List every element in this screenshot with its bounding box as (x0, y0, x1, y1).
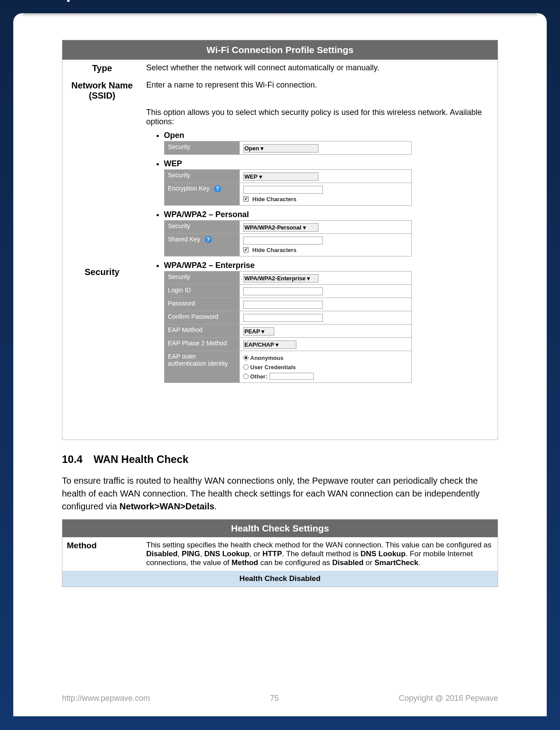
hm-b6: Method (231, 558, 258, 567)
health-method-label: Method (62, 537, 142, 571)
row-ssid-desc: Enter a name to represent this Wi-Fi con… (142, 77, 498, 104)
help-icon[interactable]: ? (214, 185, 221, 192)
section-para-bold: Network>WAN>Details (119, 501, 215, 511)
wifi-profile-table: Wi-Fi Connection Profile Settings Type S… (62, 40, 498, 440)
wpae-eap-value: PEAP (245, 328, 260, 335)
wpae-confirm-input[interactable] (243, 314, 323, 322)
open-security-value-cell: Open ▾ (239, 141, 411, 155)
section-para-post: . (215, 501, 217, 511)
content-area: Wi-Fi Connection Profile Settings Type S… (13, 13, 547, 605)
footer-page-number: 75 (261, 694, 288, 703)
help-icon[interactable]: ? (205, 236, 212, 243)
wpae-eap-field: EAP Method (164, 325, 239, 338)
hm-b5: DNS Lookup (361, 550, 406, 558)
document-title: Pepwave MAX and Surf User Manual (0, 0, 351, 7)
wpap-sharedkey-field: Shared Key ? (164, 234, 239, 256)
wpae-outer-field: EAP outer authentication identity (164, 351, 239, 383)
option-wpa-enterprise: WPA/WPA2 – Enterprise Security WPA/WPA2-… (164, 261, 494, 383)
wpa-ent-mini-table: Security WPA/WPA2-Enterprise ▾ Login ID … (164, 271, 412, 383)
wpae-eap2-field: EAP Phase 2 Method (164, 338, 239, 351)
top-shadow (22, 13, 538, 17)
wpae-outer-other-input[interactable] (269, 373, 314, 380)
open-security-value: Open (245, 145, 259, 152)
wpap-sharedkey-label: Shared Key (168, 236, 200, 243)
wpae-security-field: Security (164, 271, 239, 285)
wpa-personal-mini-table: Security WPA/WPA2-Personal ▾ Shared Key (164, 220, 412, 256)
open-security-field: Security (164, 141, 239, 155)
hm-b4: HTTP (262, 550, 282, 558)
wpap-hide-label: Hide Characters (253, 247, 297, 253)
section-number: 10.4 (62, 453, 83, 466)
row-type-label: Type (62, 60, 142, 77)
row-security-content: This option allows you to select which s… (142, 104, 498, 440)
hm-s8: . (418, 558, 421, 567)
wpae-eap2-select[interactable]: EAP/CHAP ▾ (243, 340, 296, 349)
wpap-security-select[interactable]: WPA/WPA2-Personal ▾ (243, 223, 318, 232)
footer-copyright: Copyright @ 2016 Pepwave (399, 694, 498, 703)
wep-enckey-label: Encryption Key (168, 185, 210, 192)
wpae-confirm-field: Confirm Password (164, 311, 239, 325)
page-inner: Wi-Fi Connection Profile Settings Type S… (13, 13, 547, 716)
section-heading: 10.4 WAN Health Check (62, 453, 498, 466)
section-title: WAN Health Check (93, 453, 188, 465)
wep-hide-label: Hide Characters (253, 196, 297, 203)
hm-t1: This setting specifies the health check … (146, 541, 492, 549)
wep-hide-checkbox[interactable]: ✓ (243, 196, 249, 202)
open-mini-table: Security Open ▾ (164, 141, 412, 155)
option-wpa-personal-title: WPA/WPA2 – Personal (164, 210, 249, 219)
hm-s7: or (364, 558, 375, 567)
page-frame: Pepwave MAX and Surf User Manual Wi-Fi C… (0, 0, 560, 730)
wpap-security-value: WPA/WPA2-Personal (245, 224, 302, 231)
wep-mini-table: Security WEP ▾ Encryption Key ? (164, 169, 412, 206)
hm-b7: Disabled (332, 558, 364, 567)
wpae-security-value: WPA/WPA2-Enterprise (245, 275, 306, 282)
option-open-title: Open (164, 131, 184, 140)
wep-security-select[interactable]: WEP ▾ (243, 172, 318, 181)
row-ssid-label: Network Name (SSID) (62, 77, 142, 104)
wpae-outer-radio-other[interactable] (243, 374, 249, 379)
wep-security-value: WEP (245, 173, 257, 180)
wpae-login-input[interactable] (243, 287, 323, 295)
wpae-outer-user-label: User Credentials (250, 364, 296, 371)
wpae-outer-anon-label: Anonymous (250, 355, 284, 361)
wpae-outer-other-label: Other: (250, 373, 268, 380)
health-check-table: Health Check Settings Method This settin… (62, 519, 498, 587)
hm-s4: . The default method is (282, 550, 361, 558)
hm-b8: SmartCheck (374, 558, 418, 567)
wpae-outer-opts: Anonymous User Credentials Other: (239, 351, 411, 383)
page-footer: http://www.pepwave.com 75 Copyright @ 20… (62, 694, 498, 703)
wpae-eap-select[interactable]: PEAP ▾ (243, 327, 274, 336)
wep-enckey-input[interactable] (243, 186, 323, 194)
security-intro: This option allows you to select which s… (146, 108, 494, 126)
health-sub-header: Health Check Disabled (62, 571, 498, 587)
hm-b3: DNS Lookup (204, 550, 249, 558)
wpae-security-select[interactable]: WPA/WPA2-Enterprise ▾ (243, 274, 318, 283)
hm-b2: PING (182, 550, 200, 558)
wep-enckey-field: Encryption Key ? (164, 183, 239, 206)
footer-url: http://www.pepwave.com (62, 694, 150, 703)
hm-b1: Disabled (146, 550, 178, 558)
hm-s1: , (177, 550, 181, 558)
wpap-hide-checkbox[interactable]: ✓ (243, 247, 249, 252)
wpae-outer-radio-anon[interactable] (243, 355, 249, 360)
hm-s2: , (200, 550, 204, 558)
option-wep-title: WEP (164, 159, 182, 168)
section-paragraph: To ensure traffic is routed to healthy W… (62, 474, 498, 513)
wpap-security-field: Security (164, 221, 239, 234)
wpae-login-field: Login ID (164, 285, 239, 298)
option-wep: WEP Security WEP ▾ (164, 159, 494, 206)
security-options-list: Open Security Open ▾ (164, 131, 494, 383)
row-type-desc: Select whether the network will connect … (142, 60, 498, 77)
wpae-pwd-input[interactable] (243, 301, 323, 309)
hm-s3: , or (249, 550, 262, 558)
hm-s6: can be configured as (258, 558, 332, 567)
wifi-profile-header: Wi-Fi Connection Profile Settings (62, 40, 498, 60)
wpae-outer-radio-user[interactable] (243, 364, 249, 370)
open-security-select[interactable]: Open ▾ (243, 144, 318, 153)
wpap-sharedkey-input[interactable] (243, 237, 323, 245)
health-header: Health Check Settings (62, 520, 498, 538)
option-open: Open Security Open ▾ (164, 131, 494, 155)
wpae-eap2-value: EAP/CHAP (245, 341, 274, 348)
wep-security-field: Security (164, 170, 239, 183)
health-method-desc: This setting specifies the health check … (142, 537, 498, 571)
